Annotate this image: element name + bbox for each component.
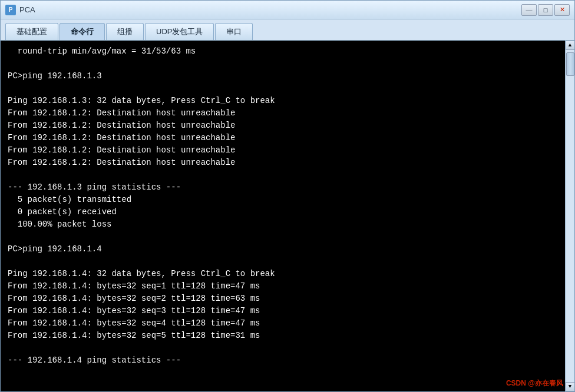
close-button[interactable]: ✕ — [554, 4, 570, 16]
main-window: P PCA — □ ✕ 基础配置 命令行 组播 UDP发包工具 串口 round… — [0, 0, 575, 392]
title-bar: P PCA — □ ✕ — [1, 1, 574, 19]
window-controls: — □ ✕ — [521, 4, 570, 16]
app-icon: P — [5, 5, 16, 15]
scroll-up-button[interactable]: ▲ — [566, 41, 575, 50]
scroll-down-button[interactable]: ▼ — [566, 382, 575, 391]
watermark: CSDN @亦在春风 — [506, 378, 563, 388]
tab-serial[interactable]: 串口 — [215, 23, 253, 40]
scroll-thumb[interactable] — [566, 52, 574, 76]
maximize-button[interactable]: □ — [538, 4, 553, 16]
scrollbar: ▲ ▼ — [565, 41, 574, 391]
minimize-button[interactable]: — — [521, 4, 537, 16]
terminal-output[interactable]: round-trip min/avg/max = 31/53/63 ms PC>… — [1, 41, 565, 391]
tab-udp-tool[interactable]: UDP发包工具 — [145, 23, 214, 40]
scroll-track[interactable] — [566, 50, 575, 382]
tab-basic-config[interactable]: 基础配置 — [5, 23, 58, 40]
main-area: round-trip min/avg/max = 31/53/63 ms PC>… — [1, 41, 574, 391]
tab-command-line[interactable]: 命令行 — [60, 23, 105, 40]
tab-multicast[interactable]: 组播 — [106, 23, 144, 40]
tab-bar: 基础配置 命令行 组播 UDP发包工具 串口 — [1, 19, 574, 41]
window-title: PCA — [19, 5, 521, 14]
